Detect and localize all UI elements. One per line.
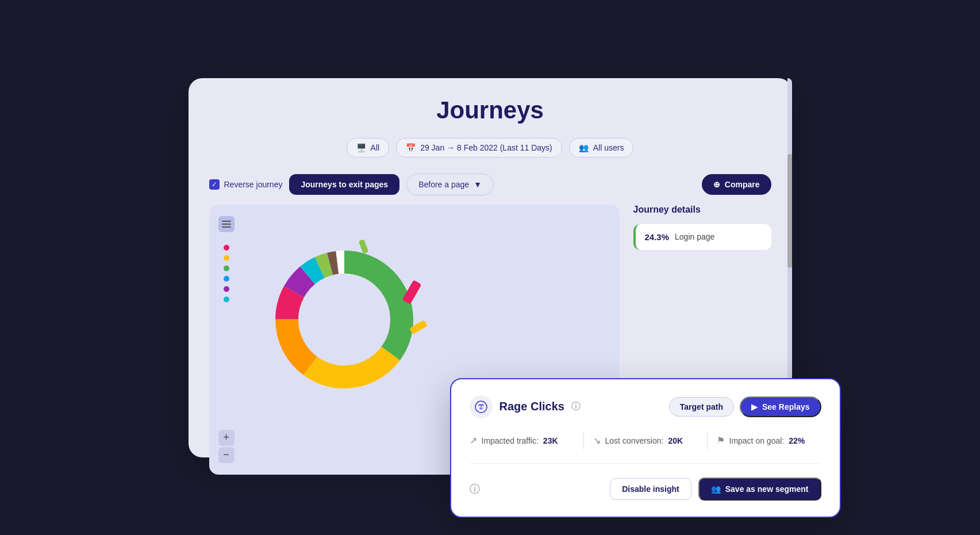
goal-icon: ⚑	[717, 435, 725, 446]
metric-goal-value: 22%	[789, 436, 805, 445]
see-replays-label: See Replays	[762, 402, 810, 411]
svg-rect-2	[222, 226, 231, 228]
insight-title-group: Rage Clicks ⓘ	[470, 395, 581, 418]
svg-rect-0	[222, 221, 231, 222]
legend-dot-3	[224, 265, 229, 271]
reverse-journey-checkbox[interactable]: ✓	[209, 179, 220, 190]
zoom-in-button[interactable]: +	[218, 430, 235, 446]
info-icon[interactable]: ⓘ	[571, 401, 581, 413]
insight-card: Rage Clicks ⓘ Target path ▶ See Replays …	[450, 378, 841, 518]
svg-rect-1	[222, 224, 231, 225]
zoom-controls: + −	[218, 430, 235, 463]
insight-footer: ⓘ Disable insight 👥 Save as new segment	[470, 478, 821, 501]
monitor-icon: 🖥️	[356, 143, 366, 152]
journey-details-title: Journey details	[633, 205, 771, 215]
journeys-to-exit-label: Journeys to exit pages	[301, 180, 388, 189]
before-a-page-dropdown[interactable]: Before a page ▼	[406, 174, 494, 195]
device-label: All	[371, 143, 380, 152]
page-title: Journeys	[209, 97, 771, 124]
legend-dot-1	[224, 245, 229, 251]
journeys-to-exit-tab[interactable]: Journeys to exit pages	[289, 174, 399, 195]
metric-divider-2	[707, 432, 708, 449]
compare-label: Compare	[725, 180, 760, 189]
disable-insight-label: Disable insight	[622, 484, 679, 494]
journey-stat-pct: 24.3%	[645, 232, 670, 242]
journey-stat-card: 24.3% Login page	[633, 224, 771, 250]
insight-title: Rage Clicks	[499, 400, 564, 413]
conversion-icon: ↘	[593, 435, 601, 446]
insight-header: Rage Clicks ⓘ Target path ▶ See Replays	[470, 395, 821, 418]
chart-controls-left	[218, 216, 235, 302]
users-filter[interactable]: 👥 All users	[569, 138, 634, 157]
toolbar-row: ✓ Reverse journey Journeys to exit pages…	[209, 174, 771, 195]
target-path-button[interactable]: Target path	[669, 397, 734, 417]
filter-bar: 🖥️ All 📅 29 Jan → 8 Feb 2022 (Last 11 Da…	[209, 138, 771, 157]
see-replays-button[interactable]: ▶ See Replays	[740, 397, 821, 417]
insight-actions: Target path ▶ See Replays	[669, 397, 821, 417]
donut-chart	[244, 216, 445, 423]
chevron-down-icon: ▼	[474, 180, 482, 189]
traffic-icon: ↗	[470, 435, 477, 446]
metric-impact-goal: ⚑ Impact on goal: 22%	[717, 435, 821, 446]
calendar-icon: 📅	[406, 143, 416, 152]
date-filter[interactable]: 📅 29 Jan → 8 Feb 2022 (Last 11 Days)	[396, 138, 562, 157]
compare-button[interactable]: ⊕ Compare	[702, 174, 771, 195]
save-as-new-segment-button[interactable]: 👥 Save as new segment	[698, 478, 821, 501]
svg-rect-14	[358, 238, 368, 253]
metrics-row: ↗ Impacted traffic: 23K ↘ Lost conversio…	[470, 432, 821, 464]
users-icon: 👥	[579, 143, 589, 152]
target-path-label: Target path	[680, 402, 723, 411]
legend-dot-6	[224, 297, 229, 302]
svg-point-17	[480, 406, 482, 408]
svg-point-15	[309, 284, 380, 355]
scrollbar-thumb[interactable]	[787, 154, 792, 268]
reverse-journey-label: Reverse journey	[224, 180, 283, 189]
legend-dot-4	[224, 276, 229, 282]
toolbar-left: ✓ Reverse journey Journeys to exit pages…	[209, 174, 494, 195]
device-filter[interactable]: 🖥️ All	[347, 138, 390, 157]
metric-lost-label: Lost conversion:	[605, 436, 664, 445]
save-segment-icon: 👥	[711, 484, 721, 494]
metric-impacted-value: 23K	[543, 436, 558, 445]
compare-icon: ⊕	[713, 180, 720, 189]
metric-lost-value: 20K	[668, 436, 683, 445]
metric-divider-1	[583, 432, 584, 449]
list-icon[interactable]	[218, 216, 235, 232]
date-label: 29 Jan → 8 Feb 2022 (Last 11 Days)	[420, 143, 552, 152]
metric-goal-label: Impact on goal:	[729, 436, 785, 445]
metric-lost-conversion: ↘ Lost conversion: 20K	[593, 435, 698, 446]
metric-impacted-label: Impacted traffic:	[482, 436, 539, 445]
dots-legend	[224, 245, 229, 302]
zoom-out-button[interactable]: −	[218, 447, 235, 463]
screen-wrapper: Journeys 🖥️ All 📅 29 Jan → 8 Feb 2022 (L…	[174, 52, 806, 483]
donut-svg	[258, 233, 431, 406]
play-icon: ▶	[751, 402, 758, 411]
legend-dot-5	[224, 286, 229, 292]
metric-impacted-traffic: ↗ Impacted traffic: 23K	[470, 435, 574, 446]
users-label: All users	[593, 143, 624, 152]
journey-stat-label: Login page	[675, 232, 714, 241]
disable-insight-button[interactable]: Disable insight	[610, 478, 691, 500]
legend-dot-2	[224, 255, 229, 261]
before-a-page-label: Before a page	[418, 180, 469, 189]
save-segment-label: Save as new segment	[725, 484, 809, 494]
rage-click-icon	[470, 395, 493, 418]
reverse-journey-toggle[interactable]: ✓ Reverse journey	[209, 179, 283, 190]
footer-info-icon[interactable]: ⓘ	[470, 482, 480, 496]
